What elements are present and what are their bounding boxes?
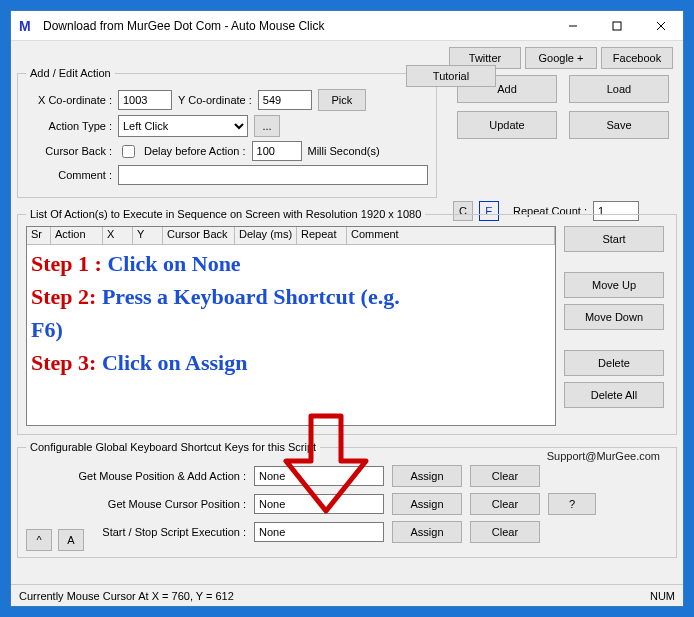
titlebar: M Download from MurGee Dot Com - Auto Mo… [11, 11, 683, 41]
pick-button[interactable]: Pick [318, 89, 366, 111]
start-button[interactable]: Start [564, 226, 664, 252]
shortcut-label-1: Get Mouse Position & Add Action : [26, 470, 246, 482]
google-plus-button[interactable]: Google + [525, 47, 597, 69]
load-button[interactable]: Load [569, 75, 669, 103]
assign-button-3[interactable]: Assign [392, 521, 462, 543]
delay-units-label: Milli Second(s) [308, 145, 380, 157]
action-grid[interactable]: Sr Action X Y Cursor Back Delay (ms) Rep… [26, 226, 556, 426]
action-type-label: Action Type : [26, 120, 112, 132]
save-button[interactable]: Save [569, 111, 669, 139]
shortcut-group: Configurable Global Keyboard Shortcut Ke… [17, 441, 677, 558]
update-button[interactable]: Update [457, 111, 557, 139]
col-cursor-back: Cursor Back [163, 227, 235, 244]
support-email: Support@MurGee.com [547, 450, 660, 462]
status-text: Currently Mouse Cursor At X = 760, Y = 6… [19, 590, 234, 602]
col-delay: Delay (ms) [235, 227, 297, 244]
help-button[interactable]: ? [548, 493, 596, 515]
comment-label: Comment : [26, 169, 112, 181]
shortcut-input-3[interactable] [254, 522, 384, 542]
col-action: Action [51, 227, 103, 244]
clear-button-3[interactable]: Clear [470, 521, 540, 543]
y-coord-label: Y Co-ordinate : [178, 94, 252, 106]
action-type-select[interactable]: Left Click [118, 115, 248, 137]
window-title: Download from MurGee Dot Com - Auto Mous… [43, 19, 551, 33]
instruction-overlay: Step 1 : Click on None Step 2: Press a K… [31, 247, 551, 421]
y-coord-input[interactable] [258, 90, 312, 110]
delete-all-button[interactable]: Delete All [564, 382, 664, 408]
col-y: Y [133, 227, 163, 244]
x-coord-label: X Co-ordinate : [26, 94, 112, 106]
content-area: Twitter Google + Facebook Add Load Updat… [11, 41, 683, 584]
move-up-button[interactable]: Move Up [564, 272, 664, 298]
list-side-buttons: Start Move Up Move Down Delete Delete Al… [564, 226, 668, 426]
move-down-button[interactable]: Move Down [564, 304, 664, 330]
status-num: NUM [650, 590, 675, 602]
clear-button-2[interactable]: Clear [470, 493, 540, 515]
action-type-more-button[interactable]: ... [254, 115, 280, 137]
delay-label: Delay before Action : [144, 145, 246, 157]
add-edit-action-group: Add / Edit Action Tutorial X Co-ordinate… [17, 67, 437, 198]
x-coord-input[interactable] [118, 90, 172, 110]
minimize-button[interactable] [551, 12, 595, 40]
assign-button-2[interactable]: Assign [392, 493, 462, 515]
maximize-button[interactable] [595, 12, 639, 40]
shortcut-legend: Configurable Global Keyboard Shortcut Ke… [26, 441, 320, 453]
col-repeat: Repeat [297, 227, 347, 244]
svg-rect-1 [613, 22, 621, 30]
comment-input[interactable] [118, 165, 428, 185]
shortcut-label-2: Get Mouse Cursor Position : [26, 498, 246, 510]
cursor-back-checkbox[interactable] [122, 145, 135, 158]
assign-button-1[interactable]: Assign [392, 465, 462, 487]
status-bar: Currently Mouse Cursor At X = 760, Y = 6… [11, 584, 683, 606]
shortcut-input-2[interactable] [254, 494, 384, 514]
add-edit-legend: Add / Edit Action [26, 67, 115, 79]
grid-header: Sr Action X Y Cursor Back Delay (ms) Rep… [27, 227, 555, 245]
col-sr: Sr [27, 227, 51, 244]
clear-button-1[interactable]: Clear [470, 465, 540, 487]
col-comment: Comment [347, 227, 555, 244]
a-button[interactable]: A [58, 529, 84, 551]
action-list-group: List Of Action(s) to Execute in Sequence… [17, 208, 677, 435]
facebook-button[interactable]: Facebook [601, 47, 673, 69]
action-list-legend: List Of Action(s) to Execute in Sequence… [26, 208, 425, 220]
app-window: M Download from MurGee Dot Com - Auto Mo… [10, 10, 684, 607]
caret-button[interactable]: ^ [26, 529, 52, 551]
app-logo-icon: M [19, 18, 35, 34]
cursor-back-label: Cursor Back : [26, 145, 112, 157]
shortcut-input-1[interactable] [254, 466, 384, 486]
delete-button[interactable]: Delete [564, 350, 664, 376]
tutorial-button[interactable]: Tutorial [406, 65, 496, 87]
delay-input[interactable] [252, 141, 302, 161]
close-button[interactable] [639, 12, 683, 40]
col-x: X [103, 227, 133, 244]
